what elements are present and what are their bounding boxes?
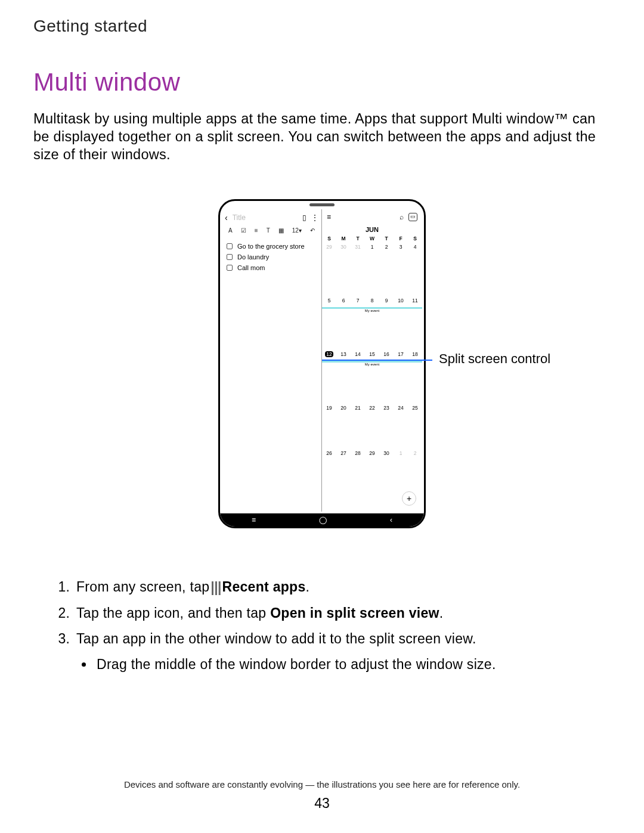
step-3: Tap an app in the other window to add it… <box>74 628 611 676</box>
calendar-date[interactable]: 26 <box>322 449 336 456</box>
phone-frame: ‹ Title ▯ ⋮ A ☑ ≡ T ▦ 12▾ ↶ <box>218 199 426 528</box>
calendar-date[interactable]: 17 <box>394 350 408 357</box>
calendar-date[interactable]: 3 <box>394 243 408 250</box>
calendar-date[interactable]: 31 <box>351 243 365 250</box>
calendar-week: 19202122232425 <box>322 404 422 449</box>
intro-paragraph: Multitask by using multiple apps at the … <box>33 110 611 163</box>
calendar-date[interactable]: 22 <box>365 404 379 411</box>
notes-pane: ‹ Title ▯ ⋮ A ☑ ≡ T ▦ 12▾ ↶ <box>222 209 322 512</box>
recent-apps-inline-icon: | | | <box>209 577 222 599</box>
calendar-date[interactable]: 29 <box>365 449 379 456</box>
calendar-date[interactable]: 12 <box>322 350 336 357</box>
calendar-month: JUN <box>322 224 422 236</box>
calendar-week: 567891011My event <box>322 296 422 350</box>
calendar-date[interactable]: 25 <box>408 404 422 411</box>
calendar-date[interactable]: 2 <box>379 243 394 250</box>
checklist-icon[interactable]: ☑ <box>241 227 246 234</box>
page-number: 43 <box>0 795 644 812</box>
calendar-date[interactable]: 23 <box>379 404 394 411</box>
font-size-control[interactable]: 12▾ <box>292 227 302 234</box>
recent-apps-icon[interactable]: ≡ <box>252 516 256 524</box>
calendar-date[interactable]: 5 <box>322 296 336 304</box>
calendar-date[interactable]: 21 <box>351 404 365 411</box>
phone-notch <box>309 203 335 206</box>
calendar-date[interactable]: 30 <box>379 449 394 456</box>
checkbox-icon[interactable] <box>227 243 233 249</box>
section-title: Multi window <box>33 68 611 97</box>
calendar-date[interactable]: 1 <box>394 449 408 456</box>
footnote: Devices and software are constantly evol… <box>0 779 644 789</box>
calendar-date[interactable]: 7 <box>351 296 365 304</box>
add-event-fab[interactable]: + <box>402 491 416 506</box>
calendar-date[interactable]: 9 <box>379 296 394 304</box>
calendar-week: 262728293012 <box>322 449 422 467</box>
calendar-event[interactable]: My event <box>322 361 422 366</box>
calendar-date[interactable]: 20 <box>336 404 351 411</box>
calendar-date[interactable]: 18 <box>408 350 422 357</box>
breadcrumb: Getting started <box>33 17 611 36</box>
back-icon[interactable]: ‹ <box>390 516 392 524</box>
calendar-date[interactable]: 29 <box>322 243 336 250</box>
calendar-date[interactable]: 24 <box>394 404 408 411</box>
checkbox-icon[interactable] <box>227 265 233 271</box>
list-icon[interactable]: ≡ <box>255 227 258 234</box>
checkbox-icon[interactable] <box>227 254 233 260</box>
instruction-steps: From any screen, tap| | |Recent apps. Ta… <box>33 576 611 675</box>
callout-line <box>322 360 432 361</box>
calendar-date[interactable]: 14 <box>351 350 365 357</box>
calendar-date[interactable]: 27 <box>336 449 351 456</box>
calendar-date[interactable]: 8 <box>365 296 379 304</box>
notes-title-placeholder[interactable]: Title <box>230 213 300 222</box>
checklist-item[interactable]: Do laundry <box>227 252 317 262</box>
checklist-item[interactable]: Call mom <box>227 262 317 273</box>
calendar-date[interactable]: 16 <box>379 350 394 357</box>
more-icon[interactable]: ⋮ <box>311 213 318 222</box>
calendar-pane: ≡ ⌕ ▭ JUN S M T W T F <box>322 209 422 512</box>
calendar-date[interactable]: 1 <box>365 243 379 250</box>
callout-label: Split screen control <box>439 351 550 367</box>
calendar-date[interactable]: 30 <box>336 243 351 250</box>
calendar-date[interactable]: 15 <box>365 350 379 357</box>
step-2: Tap the app icon, and then tap Open in s… <box>74 602 611 624</box>
phone-navbar: ≡ ◯ ‹ <box>220 513 424 527</box>
calendar-date[interactable]: 2 <box>408 449 422 456</box>
step-3-sub: Drag the middle of the window border to … <box>94 654 611 676</box>
step-1: From any screen, tap| | |Recent apps. <box>74 576 611 599</box>
reader-icon[interactable]: ▯ <box>302 213 306 222</box>
font-style-icon[interactable]: A <box>228 227 233 234</box>
search-icon[interactable]: ⌕ <box>400 213 404 221</box>
illustration: ‹ Title ▯ ⋮ A ☑ ≡ T ▦ 12▾ ↶ <box>33 199 611 528</box>
notes-toolbar: A ☑ ≡ T ▦ 12▾ ↶ <box>222 226 321 240</box>
today-icon[interactable]: ▭ <box>408 213 417 221</box>
calendar-week: 12131415161718My event <box>322 350 422 404</box>
calendar-date[interactable]: 19 <box>322 404 336 411</box>
calendar-date[interactable]: 10 <box>394 296 408 304</box>
menu-icon[interactable]: ≡ <box>327 213 331 221</box>
weekday-header: S M T W T F S <box>322 236 422 241</box>
undo-icon[interactable]: ↶ <box>310 227 315 234</box>
calendar-date[interactable]: 11 <box>408 296 422 304</box>
calendar-date[interactable]: 6 <box>336 296 351 304</box>
checklist-item[interactable]: Go to the grocery store <box>227 241 317 252</box>
calendar-date[interactable]: 28 <box>351 449 365 456</box>
back-icon[interactable]: ‹ <box>225 213 228 222</box>
calendar-date[interactable]: 4 <box>408 243 422 250</box>
calendar-week: 2930311234 <box>322 243 422 296</box>
grid-icon[interactable]: ▦ <box>278 227 284 234</box>
home-icon[interactable]: ◯ <box>319 516 327 524</box>
calendar-date[interactable]: 13 <box>336 350 351 357</box>
text-icon[interactable]: T <box>267 227 270 234</box>
calendar-event[interactable]: My event <box>322 307 422 312</box>
